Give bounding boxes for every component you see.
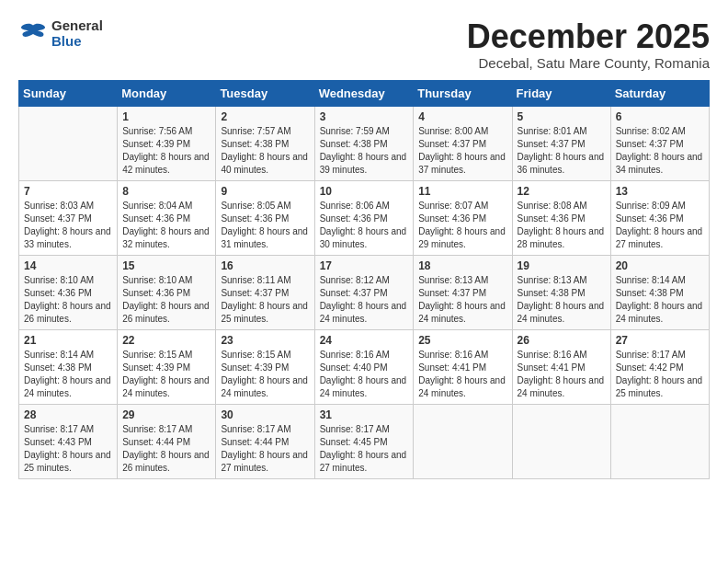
- calendar-cell: 3Sunrise: 7:59 AMSunset: 4:38 PMDaylight…: [314, 106, 414, 180]
- calendar-cell: [19, 106, 118, 180]
- day-info: Sunrise: 8:17 AMSunset: 4:43 PMDaylight:…: [24, 423, 112, 475]
- day-info: Sunrise: 8:10 AMSunset: 4:36 PMDaylight:…: [122, 274, 210, 326]
- calendar-cell: 6Sunrise: 8:02 AMSunset: 4:37 PMDaylight…: [610, 106, 709, 180]
- day-info: Sunrise: 8:04 AMSunset: 4:36 PMDaylight:…: [122, 200, 210, 251]
- day-info: Sunrise: 8:10 AMSunset: 4:36 PMDaylight:…: [24, 274, 112, 326]
- day-number: 7: [24, 185, 112, 198]
- day-number: 12: [518, 185, 606, 198]
- day-info: Sunrise: 8:11 AMSunset: 4:37 PMDaylight:…: [221, 274, 309, 326]
- calendar-cell: 26Sunrise: 8:16 AMSunset: 4:41 PMDayligh…: [512, 329, 610, 404]
- day-number: 4: [418, 110, 506, 123]
- calendar-cell: 31Sunrise: 8:17 AMSunset: 4:45 PMDayligh…: [314, 404, 414, 478]
- calendar-cell: 5Sunrise: 8:01 AMSunset: 4:37 PMDaylight…: [512, 106, 610, 180]
- day-info: Sunrise: 8:05 AMSunset: 4:36 PMDaylight:…: [221, 200, 309, 251]
- weekday-header-wednesday: Wednesday: [314, 80, 414, 106]
- day-number: 20: [616, 259, 704, 272]
- day-info: Sunrise: 8:03 AMSunset: 4:37 PMDaylight:…: [24, 200, 112, 251]
- weekday-header-saturday: Saturday: [610, 80, 709, 106]
- day-info: Sunrise: 8:14 AMSunset: 4:38 PMDaylight:…: [616, 274, 704, 326]
- day-number: 18: [418, 259, 506, 272]
- calendar-cell: 28Sunrise: 8:17 AMSunset: 4:43 PMDayligh…: [19, 404, 118, 478]
- calendar-cell: 25Sunrise: 8:16 AMSunset: 4:41 PMDayligh…: [414, 329, 512, 404]
- weekday-header-friday: Friday: [512, 80, 610, 106]
- weekday-header-thursday: Thursday: [414, 80, 512, 106]
- day-number: 23: [221, 334, 309, 347]
- weekday-header-sunday: Sunday: [19, 80, 118, 106]
- calendar-cell: 13Sunrise: 8:09 AMSunset: 4:36 PMDayligh…: [610, 180, 709, 255]
- calendar-cell: 12Sunrise: 8:08 AMSunset: 4:36 PMDayligh…: [512, 180, 610, 255]
- calendar-week-2: 7Sunrise: 8:03 AMSunset: 4:37 PMDaylight…: [19, 180, 710, 255]
- day-info: Sunrise: 8:09 AMSunset: 4:36 PMDaylight:…: [616, 200, 704, 251]
- day-number: 28: [24, 408, 112, 421]
- day-info: Sunrise: 8:16 AMSunset: 4:40 PMDaylight:…: [320, 349, 409, 400]
- day-number: 24: [320, 334, 409, 347]
- calendar-cell: 14Sunrise: 8:10 AMSunset: 4:36 PMDayligh…: [19, 255, 118, 329]
- calendar-cell: 11Sunrise: 8:07 AMSunset: 4:36 PMDayligh…: [414, 180, 512, 255]
- day-info: Sunrise: 8:15 AMSunset: 4:39 PMDaylight:…: [221, 349, 309, 400]
- day-info: Sunrise: 8:00 AMSunset: 4:37 PMDaylight:…: [418, 125, 506, 177]
- day-number: 30: [221, 408, 309, 421]
- day-number: 1: [122, 110, 210, 123]
- day-number: 26: [518, 334, 606, 347]
- day-number: 11: [418, 185, 506, 198]
- day-info: Sunrise: 8:17 AMSunset: 4:42 PMDaylight:…: [616, 349, 704, 400]
- day-info: Sunrise: 8:17 AMSunset: 4:44 PMDaylight:…: [221, 423, 309, 475]
- day-info: Sunrise: 7:59 AMSunset: 4:38 PMDaylight:…: [320, 125, 409, 177]
- weekday-header-monday: Monday: [118, 80, 216, 106]
- day-number: 22: [122, 334, 210, 347]
- day-info: Sunrise: 8:15 AMSunset: 4:39 PMDaylight:…: [122, 349, 210, 400]
- day-number: 17: [320, 259, 409, 272]
- day-info: Sunrise: 8:17 AMSunset: 4:44 PMDaylight:…: [122, 423, 210, 475]
- calendar-cell: 24Sunrise: 8:16 AMSunset: 4:40 PMDayligh…: [314, 329, 414, 404]
- calendar-cell: 20Sunrise: 8:14 AMSunset: 4:38 PMDayligh…: [610, 255, 709, 329]
- day-info: Sunrise: 8:17 AMSunset: 4:45 PMDaylight:…: [320, 423, 409, 475]
- calendar-cell: 30Sunrise: 8:17 AMSunset: 4:44 PMDayligh…: [216, 404, 314, 478]
- day-info: Sunrise: 8:07 AMSunset: 4:36 PMDaylight:…: [418, 200, 506, 251]
- day-info: Sunrise: 8:16 AMSunset: 4:41 PMDaylight:…: [518, 349, 606, 400]
- day-info: Sunrise: 8:13 AMSunset: 4:37 PMDaylight:…: [418, 274, 506, 326]
- day-info: Sunrise: 8:06 AMSunset: 4:36 PMDaylight:…: [320, 200, 409, 251]
- day-number: 6: [616, 110, 704, 123]
- calendar-cell: 16Sunrise: 8:11 AMSunset: 4:37 PMDayligh…: [216, 255, 314, 329]
- header: General Blue December 2025 Decebal, Satu…: [18, 18, 710, 71]
- title-block: December 2025 Decebal, Satu Mare County,…: [467, 18, 710, 71]
- calendar-cell: 21Sunrise: 8:14 AMSunset: 4:38 PMDayligh…: [19, 329, 118, 404]
- day-number: 21: [24, 334, 112, 347]
- day-number: 5: [518, 110, 606, 123]
- day-number: 3: [320, 110, 409, 123]
- day-number: 2: [221, 110, 309, 123]
- day-number: 13: [616, 185, 704, 198]
- day-info: Sunrise: 8:12 AMSunset: 4:37 PMDaylight:…: [320, 274, 409, 326]
- calendar-week-3: 14Sunrise: 8:10 AMSunset: 4:36 PMDayligh…: [19, 255, 710, 329]
- day-number: 14: [24, 259, 112, 272]
- day-info: Sunrise: 7:57 AMSunset: 4:38 PMDaylight:…: [221, 125, 309, 177]
- day-number: 31: [320, 408, 409, 421]
- day-info: Sunrise: 8:13 AMSunset: 4:38 PMDaylight:…: [518, 274, 606, 326]
- calendar-cell: 18Sunrise: 8:13 AMSunset: 4:37 PMDayligh…: [414, 255, 512, 329]
- calendar-cell: [414, 404, 512, 478]
- day-number: 29: [122, 408, 210, 421]
- calendar-cell: 17Sunrise: 8:12 AMSunset: 4:37 PMDayligh…: [314, 255, 414, 329]
- day-number: 15: [122, 259, 210, 272]
- calendar-cell: 27Sunrise: 8:17 AMSunset: 4:42 PMDayligh…: [610, 329, 709, 404]
- calendar-cell: 9Sunrise: 8:05 AMSunset: 4:36 PMDaylight…: [216, 180, 314, 255]
- calendar-cell: 23Sunrise: 8:15 AMSunset: 4:39 PMDayligh…: [216, 329, 314, 404]
- day-number: 27: [616, 334, 704, 347]
- calendar-container: General Blue December 2025 Decebal, Satu…: [18, 18, 710, 479]
- calendar-cell: 7Sunrise: 8:03 AMSunset: 4:37 PMDaylight…: [19, 180, 118, 255]
- month-title: December 2025: [467, 18, 710, 55]
- logo-icon: [18, 19, 48, 49]
- day-info: Sunrise: 7:56 AMSunset: 4:39 PMDaylight:…: [122, 125, 210, 177]
- day-info: Sunrise: 8:02 AMSunset: 4:37 PMDaylight:…: [616, 125, 704, 177]
- calendar-cell: 4Sunrise: 8:00 AMSunset: 4:37 PMDaylight…: [414, 106, 512, 180]
- calendar-cell: 8Sunrise: 8:04 AMSunset: 4:36 PMDaylight…: [118, 180, 216, 255]
- day-number: 8: [122, 185, 210, 198]
- day-info: Sunrise: 8:08 AMSunset: 4:36 PMDaylight:…: [518, 200, 606, 251]
- logo: General Blue: [18, 18, 103, 49]
- calendar-cell: [610, 404, 709, 478]
- calendar-cell: [512, 404, 610, 478]
- calendar-week-1: 1Sunrise: 7:56 AMSunset: 4:39 PMDaylight…: [19, 106, 710, 180]
- calendar-cell: 29Sunrise: 8:17 AMSunset: 4:44 PMDayligh…: [118, 404, 216, 478]
- day-number: 19: [518, 259, 606, 272]
- calendar-cell: 1Sunrise: 7:56 AMSunset: 4:39 PMDaylight…: [118, 106, 216, 180]
